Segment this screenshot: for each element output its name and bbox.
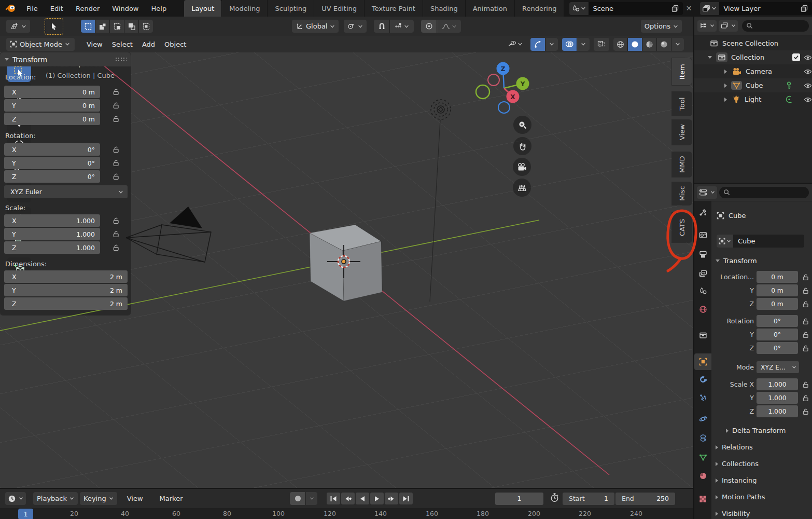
prop-location-x-field[interactable]: 0 m [757,271,798,283]
menu-file[interactable]: File [20,5,44,12]
timeline-view-menu[interactable]: View [122,495,148,502]
prop-location-z-lock-icon[interactable] [802,300,809,308]
show-gizmo-dropdown[interactable] [504,38,526,51]
shading-solid-button[interactable] [628,38,642,51]
scene-browse-button[interactable] [569,2,589,15]
rotation-z-lock-icon[interactable] [112,172,120,180]
workspace-tab-layout[interactable]: Layout [184,0,222,17]
prop-rotation-x-field[interactable]: 0° [757,315,798,327]
transform-panel-header[interactable]: Transform [0,52,131,66]
tab-render-icon[interactable] [694,227,711,243]
select-mode-set-button[interactable] [81,20,95,33]
outliner-search-input[interactable] [742,20,809,32]
select-mode-extend-button[interactable] [95,20,109,33]
shading-wireframe-button[interactable] [613,38,627,51]
camera-expand-caret[interactable] [724,70,727,74]
playback-menu[interactable]: Playback [33,492,78,505]
object-name-field[interactable]: Cube [733,235,804,248]
viewport-menu-select[interactable]: Select [107,40,137,48]
prop-rotation-y-lock-icon[interactable] [802,331,809,338]
section-collections[interactable]: Collections [716,460,759,468]
section-delta-transform[interactable]: Delta Transform [726,427,786,434]
playhead-frame-badge[interactable]: 1 [18,509,33,519]
prop-location-x-lock-icon[interactable] [802,273,809,281]
workspace-tab-shading[interactable]: Shading [423,0,466,17]
breadcrumb-object-name[interactable]: Cube [729,212,746,220]
scale-x-lock-icon[interactable] [112,216,120,224]
frame-start-field[interactable]: Start1 [563,493,614,505]
collection-checkbox[interactable] [792,53,800,61]
panel-collapse-caret[interactable] [5,58,9,61]
tab-collection-icon[interactable] [694,327,711,343]
frame-end-field[interactable]: End250 [615,493,675,505]
section-visibility[interactable]: Visibility [716,510,750,517]
object-id-browse-button[interactable] [717,235,733,248]
prop-scale-y-field[interactable]: 1.000 [757,392,798,404]
menu-render[interactable]: Render [69,5,106,12]
location-z-lock-icon[interactable] [112,115,120,122]
tab-object-data-icon[interactable] [694,449,711,465]
section-instancing[interactable]: Instancing [716,476,757,484]
auto-key-toggle[interactable] [290,492,305,505]
overlays-dropdown[interactable] [577,38,590,51]
prop-location-y-lock-icon[interactable] [802,286,809,294]
zoom-view-button[interactable] [513,116,531,134]
menu-help[interactable]: Help [145,5,173,12]
xray-toggle[interactable] [594,38,609,51]
light-visibility-eye-icon[interactable] [804,97,812,103]
properties-editor-type-button[interactable] [697,186,717,199]
tab-constraints-icon[interactable] [694,430,711,446]
workspace-tab-rendering[interactable]: Rendering [515,0,564,17]
prop-scale-z-lock-icon[interactable] [802,407,809,415]
tab-output-icon[interactable] [694,247,711,262]
gizmo-x-neg-axis[interactable] [488,74,499,86]
scene-new-icon[interactable] [671,5,679,12]
timeline-marker-menu[interactable]: Marker [155,495,188,502]
sidebar-tab-tool[interactable]: Tool [672,92,692,116]
light-object[interactable] [430,100,451,302]
outliner-row-camera[interactable]: Camera [694,64,812,78]
menu-edit[interactable]: Edit [44,5,69,12]
view-layer-new-icon[interactable] [801,5,808,12]
options-dropdown[interactable]: Options [641,20,682,33]
location-z-field[interactable]: Z0 m [4,113,100,125]
pan-view-button[interactable] [513,137,531,155]
navigation-gizmo[interactable]: Z Y X [469,58,537,120]
scale-z-field[interactable]: Z1.000 [4,241,100,254]
outliner-filter-dropdown[interactable] [719,20,738,32]
dimensions-y-field[interactable]: Y2 m [4,284,128,296]
timeline-editor-type-button[interactable] [5,492,26,505]
editor-type-button[interactable] [6,20,30,33]
select-mode-subtract-button[interactable] [110,20,124,33]
workspace-tab-modeling[interactable]: Modeling [222,0,268,17]
menu-window[interactable]: Window [106,5,145,12]
prop-rotation-z-field[interactable]: 0° [757,342,798,354]
rotation-y-field[interactable]: Y0° [4,157,100,169]
camera-object[interactable] [126,207,211,262]
tab-physics-icon[interactable] [694,411,711,427]
next-keyframe-button[interactable] [385,493,398,504]
collection-visibility-eye-icon[interactable] [804,54,812,61]
sidebar-tab-item[interactable]: Item [672,58,692,85]
dimensions-z-field[interactable]: Z2 m [4,297,128,310]
rotation-x-lock-icon[interactable] [112,145,120,153]
prop-scale-x-lock-icon[interactable] [802,380,809,388]
rotation-mode-dropdown[interactable]: XYZ Euler [4,185,128,198]
prop-rotation-y-field[interactable]: 0° [757,329,798,340]
light-expand-caret[interactable] [724,98,727,102]
scale-y-field[interactable]: Y1.000 [4,228,100,240]
pivot-point-dropdown[interactable] [344,20,367,33]
use-preview-range-button[interactable] [550,493,559,502]
viewport-menu-add[interactable]: Add [137,40,160,48]
prop-scale-z-field[interactable]: 1.000 [757,405,798,417]
sidebar-tab-cats[interactable]: CATS [672,212,692,242]
cube-expand-caret[interactable] [724,84,727,88]
viewport-menu-view[interactable]: View [82,40,107,48]
auto-key-dropdown[interactable] [306,492,317,505]
current-frame-field[interactable]: 1 [495,493,543,505]
tab-object-icon[interactable] [694,353,711,370]
workspace-tab-animation[interactable]: Animation [466,0,515,17]
snap-toggle-button[interactable] [374,20,389,33]
proportional-falloff-dropdown[interactable] [437,20,461,33]
transform-orientation-dropdown[interactable]: Global [292,20,339,33]
